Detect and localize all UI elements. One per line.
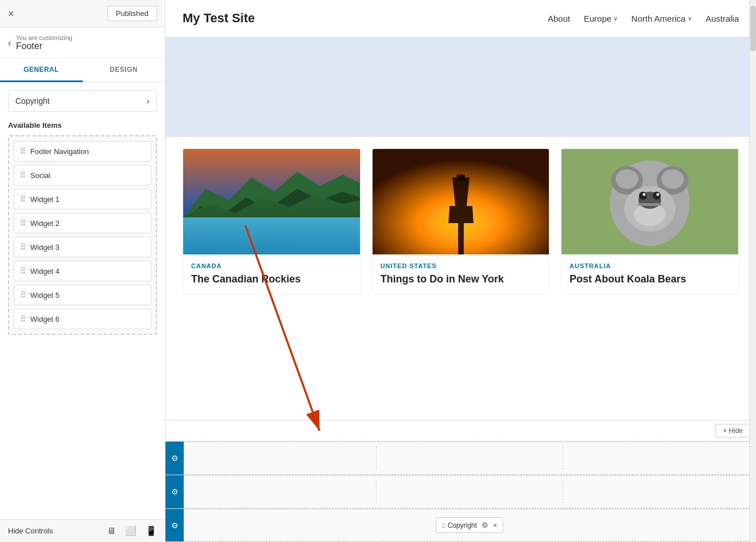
nav-item-north-america[interactable]: North America ∨ (632, 14, 692, 23)
copyright-widget: :: Copyright ⚙ × (436, 517, 504, 533)
nav-item-europe[interactable]: Europe ∨ (584, 14, 617, 23)
list-item[interactable]: ⠿ Widget 1 (14, 189, 151, 209)
drag-handle-icon: ⠿ (20, 314, 26, 323)
svg-point-20 (657, 193, 660, 196)
chevron-down-icon: ∨ (688, 15, 692, 22)
card-koala: AUSTRALIA Post About Koala Bears (561, 148, 739, 294)
list-item[interactable]: ⠿ Widget 3 (14, 237, 151, 257)
svg-point-17 (639, 192, 647, 200)
footer-row-col (563, 447, 749, 470)
card-canadian-rockies: CANADA The Canadian Rockies (183, 148, 361, 294)
list-item[interactable]: ⠿ Widget 5 (14, 285, 151, 305)
nav-item-about[interactable]: About (548, 14, 570, 23)
footer-row-content-3: :: Copyright ⚙ × (184, 509, 756, 541)
footer-row-1: ⚙ (165, 442, 756, 475)
hide-button[interactable]: × Hide (715, 424, 750, 438)
site-nav: About Europe ∨ North America ∨ Australia (548, 14, 739, 23)
footer-row-content-2 (184, 475, 756, 508)
customizing-label: You are customizing (16, 34, 72, 41)
list-item[interactable]: ⠿ Widget 6 (14, 309, 151, 329)
widget-close-icon[interactable]: × (493, 521, 498, 529)
gear-icon: ⚙ (171, 454, 179, 463)
drag-handle-icon: ⠿ (20, 242, 26, 252)
widget-gear-icon[interactable]: ⚙ (482, 521, 488, 529)
footer-preview: × Hide ⚙ ⚙ (165, 420, 756, 542)
top-bar: × Published (0, 0, 165, 27)
hero-area (165, 37, 756, 137)
list-item[interactable]: ⠿ Widget 2 (14, 213, 151, 233)
card-image-mountains (183, 149, 360, 254)
gear-icon: ⚙ (171, 487, 179, 496)
tabs-row: GENERAL DESIGN (0, 59, 165, 82)
card-title: Post About Koala Bears (569, 273, 730, 286)
drag-handle-icon: ⠿ (20, 290, 26, 300)
available-items-label: Available Items (8, 121, 157, 130)
item-label: Widget 4 (30, 267, 59, 276)
panel-content: Copyright › Available Items ⠿ Footer Nav… (0, 82, 165, 519)
tablet-icon[interactable]: ⬜ (125, 525, 136, 536)
svg-rect-21 (638, 203, 661, 206)
site-title: My Test Site (183, 11, 255, 26)
card-body: UNITED STATES Things to Do in New York (373, 254, 549, 294)
item-label: Social (30, 171, 50, 180)
footer-row-handle-2[interactable]: ⚙ (165, 475, 184, 508)
list-item[interactable]: ⠿ Footer Navigation (14, 141, 151, 161)
gear-icon: ⚙ (171, 521, 179, 530)
tab-general[interactable]: GENERAL (0, 59, 83, 82)
item-label: Widget 3 (30, 243, 59, 252)
drag-handle-icon: ⠿ (20, 171, 26, 180)
copyright-label: Copyright (15, 96, 50, 106)
cards-section: CANADA The Canadian Rockies (165, 137, 756, 420)
item-label: Footer Navigation (30, 147, 89, 156)
item-label: Widget 6 (30, 315, 59, 323)
items-container: ⠿ Footer Navigation ⠿ Social ⠿ Widget 1 … (8, 135, 157, 335)
customizing-info: You are customizing Footer (16, 34, 72, 51)
drag-handle-icon: ⠿ (20, 219, 26, 228)
hide-btn-row: × Hide (165, 420, 756, 442)
card-country: AUSTRALIA (569, 262, 730, 269)
card-body: CANADA The Canadian Rockies (183, 254, 360, 294)
chevron-right-icon: › (147, 96, 149, 106)
mobile-icon[interactable]: 📱 (145, 525, 157, 536)
copyright-widget-label: :: Copyright (442, 521, 477, 529)
footer-row-3: ⚙ :: Copyright ⚙ × (165, 509, 756, 542)
card-country: CANADA (191, 262, 352, 269)
close-button[interactable]: × (8, 9, 14, 19)
svg-point-19 (643, 193, 646, 196)
footer-row-col (377, 480, 563, 503)
svg-point-12 (616, 169, 638, 189)
cards-row: CANADA The Canadian Rockies (183, 148, 739, 294)
chevron-down-icon: ∨ (613, 15, 618, 22)
list-item[interactable]: ⠿ Widget 4 (14, 261, 151, 281)
drag-handle-icon: ⠿ (20, 266, 26, 276)
drag-handle-icon: ⠿ (20, 147, 26, 156)
card-country: UNITED STATES (381, 262, 541, 269)
svg-point-13 (661, 169, 684, 189)
footer-row-handle-3[interactable]: ⚙ (165, 509, 184, 541)
scrollbar-thumb (750, 6, 756, 51)
list-item[interactable]: ⠿ Social (14, 165, 151, 185)
footer-row-content-1 (184, 442, 756, 475)
published-button[interactable]: Published (107, 6, 157, 21)
left-panel: × Published ‹ You are customizing Footer… (0, 0, 165, 542)
right-panel: My Test Site About Europe ∨ North Americ… (165, 0, 756, 542)
footer-title: Footer (16, 41, 72, 51)
footer-row-2: ⚙ (165, 475, 756, 509)
back-arrow-icon[interactable]: ‹ (8, 37, 11, 49)
card-new-york: UNITED STATES Things to Do in New York (372, 148, 550, 294)
hide-controls-label[interactable]: Hide Controls (8, 527, 98, 535)
card-title: Things to Do in New York (381, 273, 541, 286)
copyright-row[interactable]: Copyright › (8, 90, 157, 112)
footer-row-handle-1[interactable]: ⚙ (165, 442, 184, 475)
back-nav: ‹ You are customizing Footer (0, 27, 165, 59)
svg-point-18 (653, 192, 661, 200)
tab-design[interactable]: DESIGN (83, 59, 165, 82)
nav-item-australia[interactable]: Australia (706, 14, 739, 23)
desktop-icon[interactable]: 🖥 (107, 526, 116, 536)
card-body: AUSTRALIA Post About Koala Bears (561, 254, 738, 294)
svg-rect-7 (457, 175, 465, 180)
scrollbar[interactable] (749, 0, 756, 542)
drag-handle-icon: ⠿ (20, 195, 26, 204)
item-label: Widget 5 (30, 291, 59, 300)
footer-row-col (191, 447, 377, 470)
